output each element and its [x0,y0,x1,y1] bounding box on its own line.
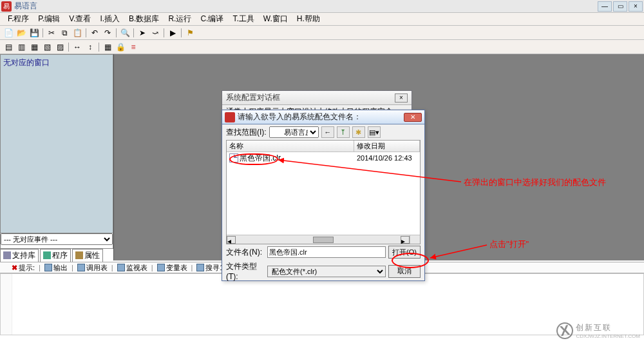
tool-step2[interactable]: ⤻ [149,27,161,39]
out-tab[interactable]: 输出 [44,263,68,273]
h-scrollbar[interactable]: ◂ ▸ [227,235,410,244]
eye-icon [117,264,125,271]
watermark-logo: X 创新互联 CDXJWJZ.INTERNET.COM [556,322,640,339]
var-icon [157,264,165,271]
menu-edit[interactable]: P.编辑 [34,12,64,26]
dist-v-icon[interactable]: ↕ [84,41,96,53]
bottom-pane [0,273,644,335]
watch-tab[interactable]: 监视表 [117,263,147,273]
tool-step1[interactable]: ➤ [137,27,148,39]
logo-text: 创新互联 [576,323,612,332]
scroll-corner [410,235,420,244]
output-icon [44,264,52,271]
file-dialog-title: 请输入欲导入的易系统配色文件名： [238,112,361,122]
config-dialog-title: 系统配置对话框 [226,92,280,103]
scroll-thumb[interactable] [313,237,334,243]
annotation-text-2: 点击"打开" [489,239,529,250]
nav-up-button[interactable]: ⤒ [337,126,350,138]
annotation-text-1: 在弹出的窗口中选择好我们的配色文件 [464,177,606,188]
tool-flag[interactable]: ⚑ [184,27,196,39]
book-icon [3,251,11,259]
break-icon[interactable]: ≡ [128,41,139,53]
event-select-wrap: --- 无对应事件 --- [1,233,113,246]
tool-undo[interactable]: ↶ [89,27,100,39]
tool-find[interactable]: 🔍 [119,27,131,39]
menu-compile[interactable]: C.编译 [196,12,227,26]
filename-label: 文件名(N): [226,247,265,258]
left-panel-body: 无对应的窗口 [1,55,113,233]
file-modified: 2014/10/26 12:43 [354,154,420,162]
dialog-app-icon [225,112,235,122]
file-dialog-close[interactable]: ✕ [404,113,422,122]
menu-program[interactable]: F.程序 [4,12,33,26]
filetype-select[interactable]: 配色文件(*.clr) [267,266,386,277]
close-button[interactable]: × [629,1,643,12]
call-tab[interactable]: 调用表 [77,263,108,273]
align-top-icon[interactable]: ▧ [41,41,53,53]
tab-support-lib[interactable]: 支持库 [0,249,39,262]
tool-copy[interactable]: ⧉ [59,27,70,39]
window-controls: — ▭ × [598,1,643,12]
nav-views-button[interactable]: ▤▾ [368,126,381,138]
grid-icon[interactable]: ▦ [102,41,113,53]
look-in-label: 查找范围(I): [226,127,267,138]
no-window-label: 无对应的窗口 [3,57,110,68]
tool-open[interactable]: 📂 [15,27,27,39]
tool-paste[interactable]: 📋 [71,27,83,39]
filetype-label: 文件类型(T): [226,261,265,281]
tab-program[interactable]: 程序 [40,249,71,262]
search-icon [196,264,204,271]
menu-database[interactable]: B.数据库 [125,12,163,26]
toolbar-1: 📄 📂 💾 ✂ ⧉ 📋 ↶ ↷ 🔍 ➤ ⤻ ▶ ⚑ [0,26,644,40]
tool-run[interactable]: ▶ [167,27,178,39]
tab-properties[interactable]: 属性 [72,249,103,262]
scroll-left-arrow[interactable]: ◂ [227,236,236,244]
menu-run[interactable]: R.运行 [164,12,195,26]
align-left-icon[interactable]: ▤ [3,41,14,53]
menu-bar[interactable]: F.程序 P.编辑 V.查看 I.插入 B.数据库 R.运行 C.编译 T.工具… [0,13,644,26]
var-tab[interactable]: 变量表 [157,263,187,273]
left-tabs: 支持库 程序 属性 [0,249,113,262]
col-name[interactable]: 名称 [227,141,354,152]
app-title: 易语言 [14,1,37,12]
logo-sub: CDXJWJZ.INTERNET.COM [576,333,640,339]
find1-tab[interactable]: 搜寻1 [196,263,223,273]
bottom-gutter [1,274,12,335]
app-icon: 易 [1,1,12,12]
menu-insert[interactable]: I.插入 [96,12,124,26]
hint-tab[interactable]: ✖提示: [12,263,35,273]
col-modified[interactable]: 修改日期 [354,141,420,152]
filename-input[interactable] [267,246,386,258]
menu-tools[interactable]: T.工具 [229,12,258,26]
tool-redo[interactable]: ↷ [102,27,113,39]
event-select[interactable]: --- 无对应事件 --- [1,233,113,245]
minimize-button[interactable]: — [598,1,612,12]
align-right-icon[interactable]: ▦ [28,41,40,53]
menu-view[interactable]: V.查看 [65,12,95,26]
tool-new[interactable]: 📄 [3,27,14,39]
menu-window[interactable]: W.窗口 [260,12,292,26]
look-in-select[interactable]: 易语言皮肤 [269,126,319,138]
nav-back-button[interactable]: ← [321,126,334,138]
dist-h-icon[interactable]: ↔ [71,41,83,53]
tool-save[interactable]: 💾 [28,27,40,39]
title-bar: 易 易语言 — ▭ × [0,0,644,13]
code-icon [43,251,51,259]
config-dialog-close[interactable]: × [395,93,408,103]
list-icon [77,264,85,271]
align-center-icon[interactable]: ▥ [15,41,27,53]
menu-help[interactable]: H.帮助 [293,12,324,26]
props-icon [75,251,83,259]
scroll-right-arrow[interactable]: ▸ [401,236,410,244]
align-bottom-icon[interactable]: ▨ [54,41,66,53]
lock-icon[interactable]: 🔒 [115,41,126,53]
tool-cut[interactable]: ✂ [46,27,57,39]
nav-newfolder-button[interactable]: ✱ [352,126,365,138]
annotation-circle-open [392,253,429,268]
left-panel: 无对应的窗口 --- 无对应事件 --- [0,54,113,249]
logo-glyph: X [555,321,574,340]
toolbar-2: ▤ ▥ ▦ ▧ ▨ ↔ ↕ ▦ 🔒 ≡ [0,40,644,54]
annotation-circle-file [229,153,278,165]
maximize-button[interactable]: ▭ [613,1,627,12]
